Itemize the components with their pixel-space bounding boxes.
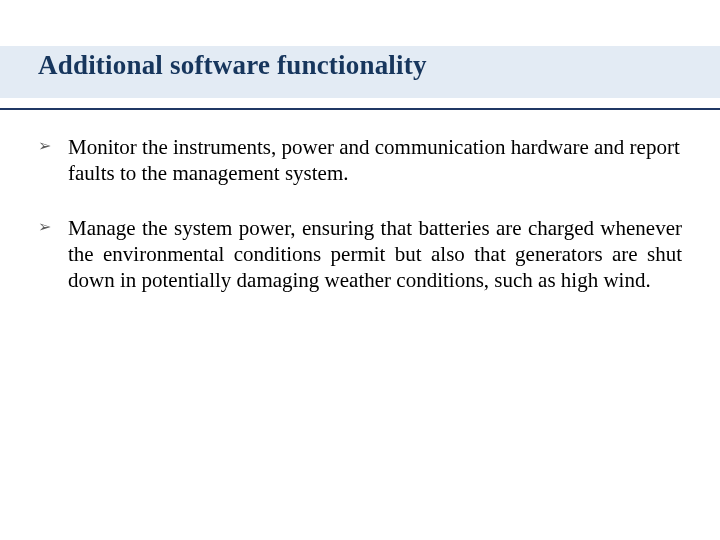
slide-title: Additional software functionality	[38, 50, 427, 81]
bullet-text: Manage the system power, ensuring that b…	[68, 215, 682, 294]
bullet-item: ➢ Monitor the instruments, power and com…	[38, 134, 682, 187]
slide: Additional software functionality ➢ Moni…	[0, 0, 720, 540]
content-area: ➢ Monitor the instruments, power and com…	[38, 134, 682, 321]
chevron-right-icon: ➢	[38, 134, 68, 187]
chevron-right-icon: ➢	[38, 215, 68, 294]
bullet-text: Monitor the instruments, power and commu…	[68, 134, 682, 187]
bullet-item: ➢ Manage the system power, ensuring that…	[38, 215, 682, 294]
title-underline	[0, 108, 720, 110]
